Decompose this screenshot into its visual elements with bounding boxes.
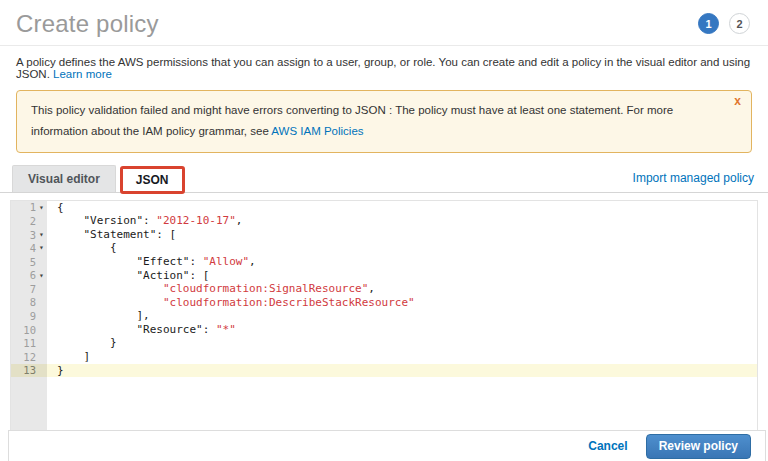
code-line[interactable]: ], (47, 309, 757, 323)
editor-gutter: 1▾23▾4▾56▾78910111213 (11, 201, 47, 455)
step-indicator: 12 (698, 13, 750, 34)
gutter-line-number[interactable]: 10 (11, 323, 47, 337)
page-title: Create policy (16, 10, 159, 38)
code-line[interactable]: } (47, 364, 757, 378)
validation-alert: This policy validation failed and might … (16, 90, 752, 153)
tab-bar: Visual editor JSON Import managed policy (0, 166, 768, 193)
footer-bar: Cancel Review policy (8, 430, 766, 461)
gutter-line-number[interactable]: 12 (11, 350, 47, 364)
code-line[interactable]: "Version": "2012-10-17", (47, 214, 757, 228)
learn-more-link[interactable]: Learn more (53, 68, 112, 80)
gutter-line-number[interactable]: 5 (11, 255, 47, 269)
fold-arrow-icon[interactable]: ▾ (36, 241, 47, 255)
gutter-line-number[interactable]: 13 (11, 364, 47, 378)
gutter-line-number[interactable]: 8 (11, 296, 47, 310)
code-line[interactable]: "cloudformation:DescribeStackResource" (47, 296, 757, 310)
gutter-line-number[interactable]: 2 (11, 214, 47, 228)
description-text: A policy defines the AWS permissions tha… (16, 56, 750, 80)
fold-arrow-icon[interactable]: ▾ (36, 269, 47, 283)
code-line[interactable]: { (47, 201, 757, 215)
code-line[interactable]: "Effect": "Allow", (47, 255, 757, 269)
cancel-button[interactable]: Cancel (588, 439, 627, 453)
import-managed-policy-link[interactable]: Import managed policy (633, 171, 754, 185)
page-description: A policy defines the AWS permissions tha… (0, 46, 768, 82)
gutter-line-number[interactable]: 9 (11, 309, 47, 323)
alert-iam-policies-link[interactable]: AWS IAM Policies (271, 125, 363, 137)
code-line[interactable]: { (47, 241, 757, 255)
code-line[interactable]: "Resource": "*" (47, 323, 757, 337)
step-1-active: 1 (698, 13, 719, 34)
code-line[interactable]: "Statement": [ (47, 228, 757, 242)
code-line[interactable]: "cloudformation:SignalResource", (47, 282, 757, 296)
code-line[interactable]: "Action": [ (47, 269, 757, 283)
close-icon[interactable]: x (734, 95, 741, 107)
tab-visual-editor[interactable]: Visual editor (12, 165, 116, 192)
gutter-line-number[interactable]: 6▾ (11, 269, 47, 283)
gutter-line-number[interactable]: 7 (11, 282, 47, 296)
json-code-editor[interactable]: 1▾23▾4▾56▾78910111213 { "Version": "2012… (10, 200, 758, 456)
editor-code-area[interactable]: { "Version": "2012-10-17", "Statement": … (47, 201, 757, 455)
page-header: Create policy 12 (0, 0, 768, 46)
step-2: 2 (729, 13, 750, 34)
fold-arrow-icon[interactable]: ▾ (36, 201, 47, 215)
code-line[interactable]: } (47, 336, 757, 350)
gutter-line-number[interactable]: 3▾ (11, 228, 47, 242)
gutter-line-number[interactable]: 1▾ (11, 201, 47, 215)
code-line[interactable]: ] (47, 350, 757, 364)
gutter-line-number[interactable]: 4▾ (11, 241, 47, 255)
fold-arrow-icon[interactable]: ▾ (36, 228, 47, 242)
review-policy-button[interactable]: Review policy (646, 434, 751, 459)
tab-json[interactable]: JSON (120, 166, 185, 194)
gutter-line-number[interactable]: 11 (11, 336, 47, 350)
